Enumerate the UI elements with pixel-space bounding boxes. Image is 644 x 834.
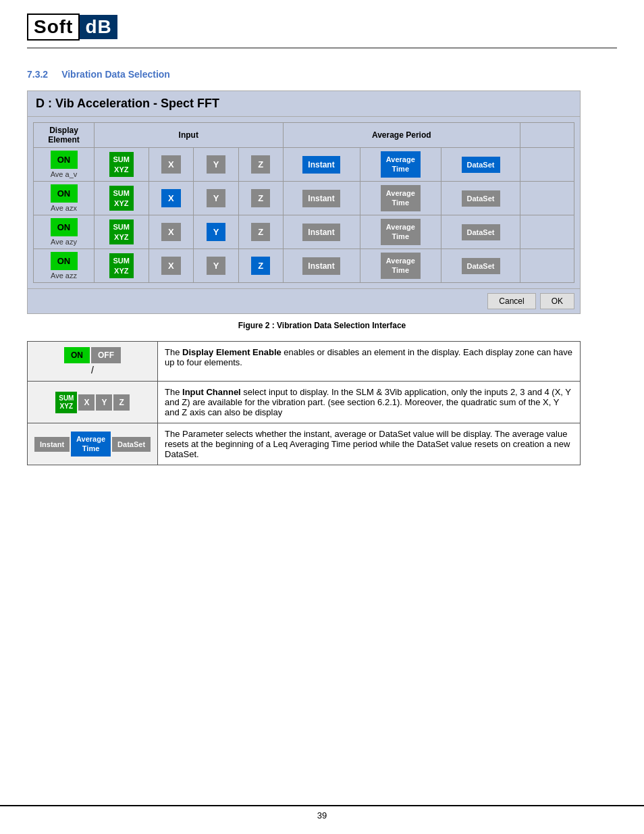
description-table: ON OFF / The Display Element Enable enab…: [27, 341, 581, 465]
on-button-3[interactable]: ON: [51, 252, 78, 270]
demo-y-button[interactable]: Y: [96, 394, 112, 411]
dataset-button-1[interactable]: DataSet: [462, 190, 500, 207]
sum-xyz-cell-0: SUMXYZ: [95, 148, 149, 182]
x-button-1[interactable]: X: [161, 189, 181, 207]
demo-off-button[interactable]: OFF: [91, 347, 121, 363]
sum-xyz-cell-1: SUMXYZ: [95, 182, 149, 215]
x-button-0[interactable]: X: [161, 155, 181, 174]
sum-xyz-button-1[interactable]: SUMXYZ: [109, 186, 134, 211]
demo-dataset-button[interactable]: DataSet: [112, 437, 151, 452]
display-element-cell-2: ONAve azy: [34, 215, 95, 249]
y-button-0[interactable]: Y: [207, 155, 226, 174]
avgtime-button-1[interactable]: AverageTime: [381, 185, 421, 211]
avgtime-button-0[interactable]: AverageTime: [381, 151, 421, 177]
table-row: ONAve azzSUMXYZXYZInstantAverageTimeData…: [34, 249, 574, 283]
y-cell-0: Y: [194, 148, 239, 182]
demo-avgtime-button[interactable]: AverageTime: [71, 432, 111, 456]
demo-x-button[interactable]: X: [78, 394, 95, 411]
x-cell-0: X: [149, 148, 194, 182]
row-label-2: Ave azy: [36, 238, 91, 246]
avgtime-cell-0: AverageTime: [360, 148, 441, 182]
z-button-2[interactable]: Z: [251, 223, 270, 241]
row-label-0: Ave a_v: [36, 170, 91, 178]
instant-button-2[interactable]: Instant: [302, 224, 340, 241]
display-element-cell-3: ONAve azz: [34, 249, 95, 283]
on-button-0[interactable]: ON: [51, 151, 78, 169]
x-button-3[interactable]: X: [161, 257, 181, 275]
ok-button[interactable]: OK: [540, 293, 574, 309]
z-cell-1: Z: [239, 182, 283, 215]
dataset-button-0[interactable]: DataSet: [462, 157, 500, 173]
y-cell-3: Y: [194, 249, 239, 283]
instant-button-1[interactable]: Instant: [302, 190, 340, 207]
z-button-0[interactable]: Z: [251, 155, 270, 174]
on-off-demo: ON OFF: [34, 347, 151, 363]
dataset-button-3[interactable]: DataSet: [462, 258, 500, 274]
sum-xyz-cell-2: SUMXYZ: [95, 215, 149, 249]
demo-slash: /: [34, 365, 151, 375]
desc-visual-on-off: ON OFF /: [28, 342, 158, 382]
desc-row-on-off: ON OFF / The Display Element Enable enab…: [28, 342, 581, 382]
z-cell-2: Z: [239, 215, 283, 249]
sum-xyz-button-0[interactable]: SUMXYZ: [109, 152, 134, 177]
x-cell-3: X: [149, 249, 194, 283]
avgtime-cell-3: AverageTime: [360, 249, 441, 283]
sum-xyz-button-3[interactable]: SUMXYZ: [109, 253, 134, 278]
desc-visual-period: Instant AverageTime DataSet: [28, 423, 158, 465]
input-channel-demo: SUMXYZ X Y Z: [34, 392, 151, 413]
cancel-button[interactable]: Cancel: [487, 293, 535, 309]
avgtime-cell-1: AverageTime: [360, 182, 441, 215]
desc-text-on-off: The Display Element Enable enables or di…: [158, 342, 581, 382]
instant-cell-1: Instant: [283, 182, 360, 215]
table-header-row: DisplayElement Input Average Period: [34, 123, 574, 148]
dataset-cell-0: DataSet: [441, 148, 520, 182]
on-button-1[interactable]: ON: [51, 184, 78, 203]
demo-on-button[interactable]: ON: [64, 347, 90, 363]
bold-input-channel: Input Channel: [182, 387, 241, 397]
figure-caption: Figure 2 : Vibration Data Selection Inte…: [27, 321, 617, 330]
display-element-cell-0: ONAve a_v: [34, 148, 95, 182]
vib-data-panel: D : Vib Acceleration - Spect FFT Display…: [27, 90, 581, 314]
demo-z-button[interactable]: Z: [113, 394, 129, 411]
table-row: ONAve azySUMXYZXYZInstantAverageTimeData…: [34, 215, 574, 249]
demo-sum-button[interactable]: SUMXYZ: [55, 392, 77, 413]
desc-row-parameter: Instant AverageTime DataSet The Paramete…: [28, 423, 581, 465]
demo-instant-button[interactable]: Instant: [34, 437, 70, 452]
z-cell-0: Z: [239, 148, 283, 182]
col-average-period: Average Period: [283, 123, 520, 148]
data-selection-table: DisplayElement Input Average Period ONAv…: [33, 122, 574, 283]
x-cell-1: X: [149, 182, 194, 215]
col-display-element: DisplayElement: [34, 123, 95, 148]
empty-cell-0: [520, 148, 574, 182]
dataset-button-2[interactable]: DataSet: [462, 224, 500, 240]
y-button-1[interactable]: Y: [207, 189, 226, 207]
sum-xyz-cell-3: SUMXYZ: [95, 249, 149, 283]
instant-cell-2: Instant: [283, 215, 360, 249]
panel-title: D : Vib Acceleration - Spect FFT: [28, 91, 580, 117]
instant-button-0[interactable]: Instant: [302, 156, 340, 174]
instant-cell-0: Instant: [283, 148, 360, 182]
y-button-3[interactable]: Y: [207, 257, 226, 275]
period-demo: Instant AverageTime DataSet: [34, 432, 151, 456]
y-button-2[interactable]: Y: [207, 223, 226, 241]
empty-cell-1: [520, 182, 574, 215]
avgtime-button-2[interactable]: AverageTime: [381, 219, 421, 244]
desc-text-input: The Input Channel select input to displa…: [158, 382, 581, 423]
on-button-2[interactable]: ON: [51, 218, 78, 236]
avgtime-button-3[interactable]: AverageTime: [381, 253, 421, 278]
y-cell-2: Y: [194, 215, 239, 249]
section-number: 7.3.2: [27, 69, 48, 80]
z-button-1[interactable]: Z: [251, 189, 270, 207]
empty-cell-2: [520, 215, 574, 249]
z-button-3[interactable]: Z: [251, 257, 270, 275]
table-row: ONAve a_vSUMXYZXYZInstantAverageTimeData…: [34, 148, 574, 182]
sum-xyz-button-2[interactable]: SUMXYZ: [109, 219, 134, 244]
row-label-3: Ave azz: [36, 271, 91, 280]
z-cell-3: Z: [239, 249, 283, 283]
x-button-2[interactable]: X: [161, 223, 181, 241]
display-element-cell-1: ONAve azx: [34, 182, 95, 215]
instant-button-3[interactable]: Instant: [302, 257, 340, 275]
table-row: ONAve azxSUMXYZXYZInstantAverageTimeData…: [34, 182, 574, 215]
col-empty: [520, 123, 574, 148]
panel-body: DisplayElement Input Average Period ONAv…: [28, 117, 580, 288]
